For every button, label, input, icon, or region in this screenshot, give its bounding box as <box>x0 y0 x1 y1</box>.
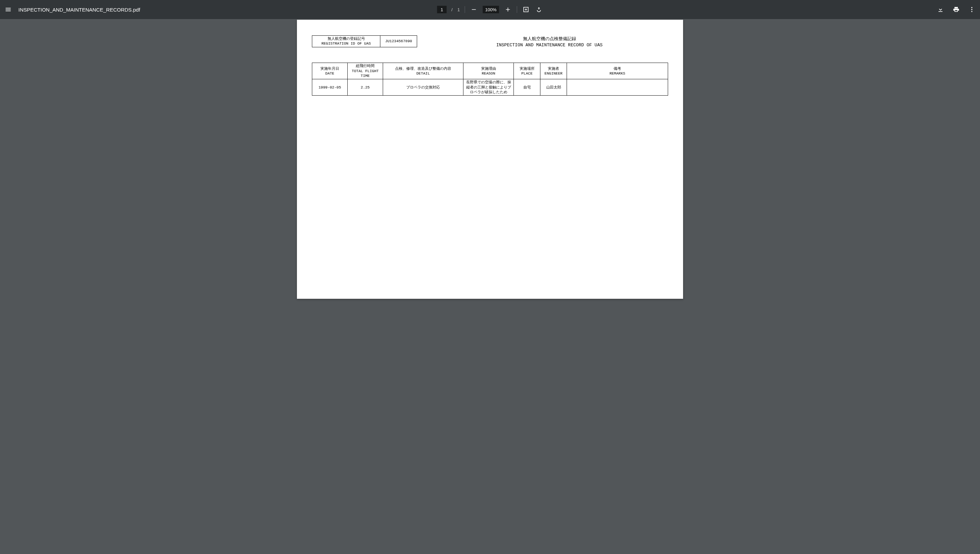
th-time-en: TOTAL FLIGHT TIME <box>349 69 381 79</box>
th-reason-en: REASON <box>465 71 512 76</box>
divider <box>517 6 517 13</box>
page-viewport: 無人航空機の登録記号 REGISTRATION ID OF UAS JU1234… <box>0 19 980 299</box>
cell-detail: プロペラの交換対応 <box>383 79 463 96</box>
maintenance-table: 実施年月日 DATE 総飛行時間 TOTAL FLIGHT TIME 点検、修理… <box>312 63 668 96</box>
th-place-en: PLACE <box>515 71 539 76</box>
th-engineer-jp: 実施者 <box>542 66 565 71</box>
title-jp: 無人航空機の点検整備記録 <box>431 36 668 42</box>
rotate-icon[interactable] <box>535 5 543 14</box>
cell-time: 2.25 <box>348 79 383 96</box>
th-reason-jp: 実施理由 <box>465 66 512 71</box>
toolbar-center: / 1 <box>437 5 543 14</box>
print-icon[interactable] <box>952 5 960 14</box>
svg-point-1 <box>971 7 972 8</box>
th-date-jp: 実施年月日 <box>314 66 346 71</box>
document-title: 無人航空機の点検整備記録 INSPECTION AND MAINTENANCE … <box>431 35 668 48</box>
registration-label-cell: 無人航空機の登録記号 REGISTRATION ID OF UAS <box>312 36 380 47</box>
download-icon[interactable] <box>937 5 945 14</box>
th-detail-jp: 点検、修理、改造及び整備の内容 <box>385 66 462 71</box>
page-number-input[interactable] <box>437 6 447 13</box>
fit-page-icon[interactable] <box>522 5 530 14</box>
registration-label-jp: 無人航空機の登録記号 <box>316 37 377 41</box>
th-reason: 実施理由 REASON <box>463 63 514 79</box>
pdf-page: 無人航空機の登録記号 REGISTRATION ID OF UAS JU1234… <box>297 20 683 299</box>
th-date: 実施年月日 DATE <box>312 63 348 79</box>
th-remarks-jp: 備考 <box>568 66 666 71</box>
th-remarks-en: REMARKS <box>568 71 666 76</box>
table-header-row: 実施年月日 DATE 総飛行時間 TOTAL FLIGHT TIME 点検、修理… <box>312 63 668 79</box>
cell-reason: 長野県での空撮の際に、操縦者の三脚と接触によりプロペラが破損したため <box>463 79 514 96</box>
pdf-toolbar: INSPECTION_AND_MAINTENANCE_RECORDS.pdf /… <box>0 0 980 19</box>
cell-place: 自宅 <box>514 79 540 96</box>
th-detail: 点検、修理、改造及び整備の内容 DETAIL <box>383 63 463 79</box>
page-total: 1 <box>457 7 460 12</box>
toolbar-left: INSPECTION_AND_MAINTENANCE_RECORDS.pdf <box>4 5 140 14</box>
more-icon[interactable] <box>968 5 976 14</box>
th-date-en: DATE <box>314 71 346 76</box>
menu-icon[interactable] <box>4 5 12 14</box>
zoom-in-icon[interactable] <box>504 5 512 14</box>
zoom-out-icon[interactable] <box>469 5 478 14</box>
th-engineer-en: ENGINEER <box>542 71 565 76</box>
th-engineer: 実施者 ENGINEER <box>540 63 567 79</box>
th-detail-en: DETAIL <box>385 71 462 76</box>
svg-point-2 <box>971 9 972 10</box>
registration-table: 無人航空機の登録記号 REGISTRATION ID OF UAS JU1234… <box>312 35 417 47</box>
registration-label-en: REGISTRATION ID OF UAS <box>316 41 377 46</box>
cell-date: 1999-02-05 <box>312 79 348 96</box>
svg-point-3 <box>971 11 972 12</box>
toolbar-right <box>937 5 976 14</box>
header-row: 無人航空機の登録記号 REGISTRATION ID OF UAS JU1234… <box>312 35 668 48</box>
page-separator: / <box>452 7 453 12</box>
zoom-input[interactable] <box>482 6 499 13</box>
th-place-jp: 実施場所 <box>515 66 539 71</box>
th-time: 総飛行時間 TOTAL FLIGHT TIME <box>348 63 383 79</box>
table-row: 1999-02-05 2.25 プロペラの交換対応 長野県での空撮の際に、操縦者… <box>312 79 668 96</box>
cell-engineer: 山田太郎 <box>540 79 567 96</box>
cell-remarks <box>567 79 668 96</box>
th-place: 実施場所 PLACE <box>514 63 540 79</box>
th-remarks: 備考 REMARKS <box>567 63 668 79</box>
registration-value-cell: JU1234567890 <box>380 36 417 47</box>
filename: INSPECTION_AND_MAINTENANCE_RECORDS.pdf <box>18 7 140 13</box>
th-time-jp: 総飛行時間 <box>349 64 381 68</box>
divider <box>464 6 465 13</box>
title-en: INSPECTION AND MAINTENANCE RECORD OF UAS <box>431 42 668 48</box>
